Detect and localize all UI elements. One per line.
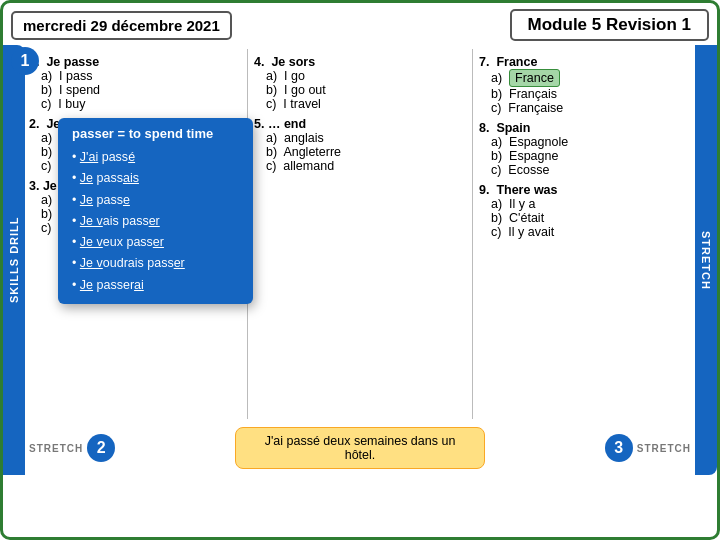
badge-3: 3 (605, 434, 633, 462)
question-7: 7. France a) France b) Français c) Franç… (479, 55, 691, 115)
skills-drill-label: SKILLS DRILL (3, 45, 25, 475)
header-module: Module 5 Revision 1 (510, 9, 709, 41)
stretch-label-right: STRETCH (637, 443, 691, 454)
question-1: 1. Je passe a) I pass b) I spend c) I bu… (29, 55, 241, 111)
tooltip-item-4: • Je vais passer (72, 211, 239, 232)
column-2: 4. Je sors a) I go b) I go out c) I trav… (254, 49, 466, 419)
tooltip-item-2: • Je passais (72, 168, 239, 189)
question-8: 8. Spain a) Espagnole b) Espagne c) Ecos… (479, 121, 691, 177)
tooltip-item-3: • Je passe (72, 190, 239, 211)
tooltip-item-5: • Je veux passer (72, 232, 239, 253)
tooltip-popup: passer = to spend time • J'ai passé • Je… (58, 118, 253, 304)
question-5: 5. … end a) anglais b) Angleterre c) all… (254, 117, 466, 173)
tooltip-item-7: • Je passerai (72, 275, 239, 296)
question-9: 9. There was a) Il y a b) C'était c) Il … (479, 183, 691, 239)
column-3: 7. France a) France b) Français c) Franç… (479, 49, 691, 419)
badge-2: 2 (87, 434, 115, 462)
header-date: mercredi 29 décembre 2021 (11, 11, 232, 40)
stretch-right-label: STRETCH (695, 45, 717, 475)
bottom-speech-bubble: J'ai passé deux semaines dans un hôtel. (235, 427, 485, 469)
tooltip-title: passer = to spend time (72, 126, 239, 141)
tooltip-item-6: • Je voudrais passer (72, 253, 239, 274)
stretch-label-left: STRETCH (29, 443, 83, 454)
badge-1: 1 (11, 47, 39, 75)
tooltip-item-1: • J'ai passé (72, 147, 239, 168)
question-4: 4. Je sors a) I go b) I go out c) I trav… (254, 55, 466, 111)
